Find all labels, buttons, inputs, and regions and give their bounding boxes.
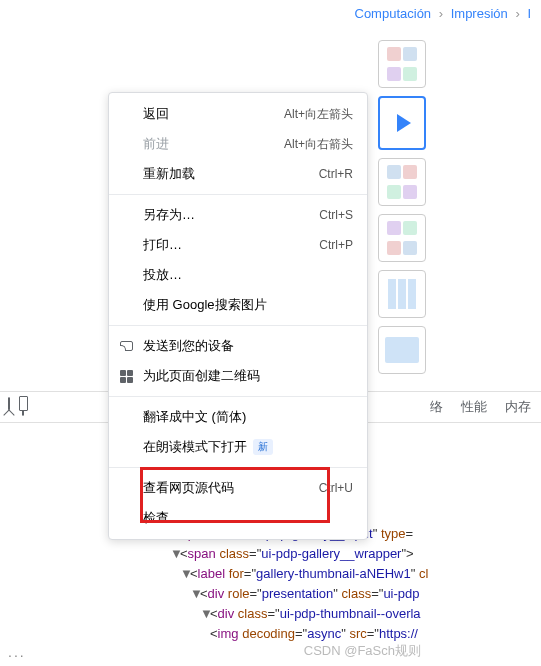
ctx-view-source[interactable]: 查看网页源代码Ctrl+U	[109, 473, 367, 503]
ctx-translate[interactable]: 翻译成中文 (简体)	[109, 402, 367, 432]
crumb-computacion[interactable]: Computación	[355, 6, 432, 21]
thumbnail-item[interactable]	[378, 270, 426, 318]
ctx-google-search-image[interactable]: 使用 Google搜索图片	[109, 290, 367, 320]
crumb-sep: ›	[439, 6, 443, 21]
ctx-reload[interactable]: 重新加载Ctrl+R	[109, 159, 367, 189]
play-icon	[397, 114, 411, 132]
overflow-indicator: ...	[8, 644, 26, 660]
thumbnail-item[interactable]	[378, 40, 426, 88]
ctx-forward[interactable]: 前进Alt+向右箭头	[109, 129, 367, 159]
thumbnail-list	[378, 40, 426, 374]
ctx-create-qr[interactable]: 为此页面创建二维码	[109, 361, 367, 391]
ctx-back[interactable]: 返回Alt+向左箭头	[109, 99, 367, 129]
qr-icon	[119, 369, 134, 384]
tab-network[interactable]: 络	[430, 398, 443, 416]
watermark: CSDN @FaSch规则	[304, 642, 421, 660]
ctx-saveas[interactable]: 另存为…Ctrl+S	[109, 200, 367, 230]
inspect-element-icon[interactable]	[8, 398, 10, 416]
crumb-impresion[interactable]: Impresión	[451, 6, 508, 21]
ctx-cast[interactable]: 投放…	[109, 260, 367, 290]
cast-icon	[119, 339, 134, 354]
ctx-reader-mode[interactable]: 在朗读模式下打开新	[109, 432, 367, 462]
thumbnail-item[interactable]	[378, 326, 426, 374]
tab-performance[interactable]: 性能	[461, 398, 487, 416]
device-toggle-icon[interactable]	[22, 398, 24, 416]
thumbnail-item[interactable]	[378, 214, 426, 262]
devtools-tabs: 络 性能 内存	[430, 398, 541, 416]
crumb-sep: ›	[515, 6, 519, 21]
ctx-print[interactable]: 打印…Ctrl+P	[109, 230, 367, 260]
ctx-inspect[interactable]: 检查	[109, 503, 367, 533]
ctx-send-to-device[interactable]: 发送到您的设备	[109, 331, 367, 361]
thumbnail-item-video[interactable]	[378, 96, 426, 150]
new-badge: 新	[253, 439, 273, 455]
tab-memory[interactable]: 内存	[505, 398, 531, 416]
context-menu: 返回Alt+向左箭头 前进Alt+向右箭头 重新加载Ctrl+R 另存为…Ctr…	[108, 92, 368, 540]
crumb-more[interactable]: I	[527, 6, 531, 21]
breadcrumb: Computación › Impresión › I	[355, 6, 532, 21]
thumbnail-item[interactable]	[378, 158, 426, 206]
